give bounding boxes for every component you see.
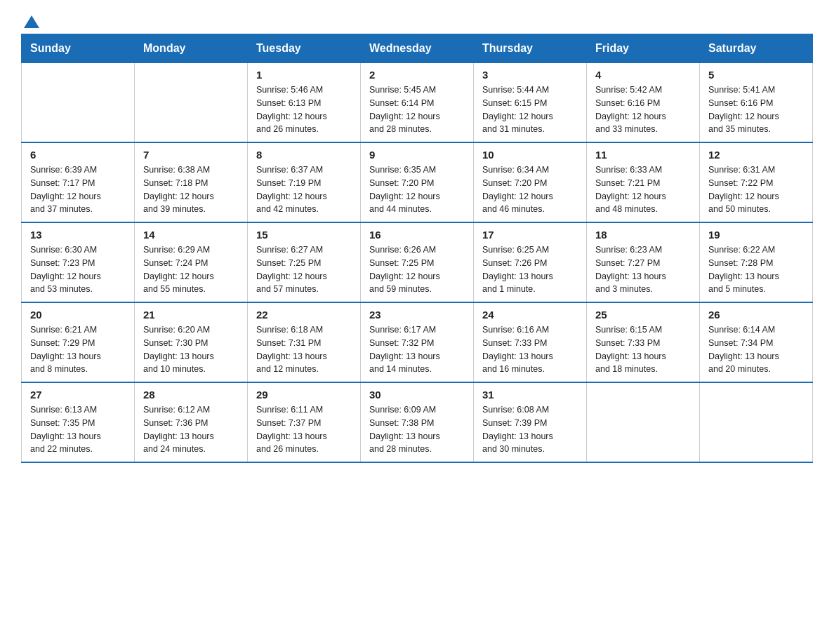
col-thursday: Thursday	[474, 34, 587, 62]
day-number: 26	[708, 309, 804, 321]
day-number: 8	[256, 149, 352, 161]
calendar-cell: 24Sunrise: 6:16 AM Sunset: 7:33 PM Dayli…	[474, 302, 587, 382]
day-number: 18	[595, 229, 691, 241]
day-info: Sunrise: 6:29 AM Sunset: 7:24 PM Dayligh…	[143, 243, 239, 296]
day-number: 10	[482, 149, 578, 161]
calendar-cell: 12Sunrise: 6:31 AM Sunset: 7:22 PM Dayli…	[700, 142, 813, 222]
calendar-cell: 20Sunrise: 6:21 AM Sunset: 7:29 PM Dayli…	[22, 302, 135, 382]
day-info: Sunrise: 6:14 AM Sunset: 7:34 PM Dayligh…	[708, 323, 804, 376]
calendar-cell: 16Sunrise: 6:26 AM Sunset: 7:25 PM Dayli…	[361, 222, 474, 302]
calendar-cell: 21Sunrise: 6:20 AM Sunset: 7:30 PM Dayli…	[135, 302, 248, 382]
col-tuesday: Tuesday	[248, 34, 361, 62]
col-saturday: Saturday	[700, 34, 813, 62]
day-info: Sunrise: 6:21 AM Sunset: 7:29 PM Dayligh…	[30, 323, 126, 376]
day-info: Sunrise: 6:37 AM Sunset: 7:19 PM Dayligh…	[256, 163, 352, 216]
calendar-cell: 19Sunrise: 6:22 AM Sunset: 7:28 PM Dayli…	[700, 222, 813, 302]
day-number: 7	[143, 149, 239, 161]
week-row-4: 20Sunrise: 6:21 AM Sunset: 7:29 PM Dayli…	[22, 302, 813, 382]
day-info: Sunrise: 6:09 AM Sunset: 7:38 PM Dayligh…	[369, 403, 465, 456]
calendar-cell: 23Sunrise: 6:17 AM Sunset: 7:32 PM Dayli…	[361, 302, 474, 382]
day-info: Sunrise: 5:42 AM Sunset: 6:16 PM Dayligh…	[595, 83, 691, 136]
logo	[21, 14, 39, 28]
calendar-cell: 4Sunrise: 5:42 AM Sunset: 6:16 PM Daylig…	[587, 62, 700, 142]
calendar-cell: 30Sunrise: 6:09 AM Sunset: 7:38 PM Dayli…	[361, 382, 474, 462]
day-number: 5	[708, 69, 804, 81]
day-info: Sunrise: 5:45 AM Sunset: 6:14 PM Dayligh…	[369, 83, 465, 136]
day-number: 28	[143, 389, 239, 401]
day-number: 20	[30, 309, 126, 321]
calendar-table: Sunday Monday Tuesday Wednesday Thursday…	[21, 34, 813, 463]
calendar-cell: 5Sunrise: 5:41 AM Sunset: 6:16 PM Daylig…	[700, 62, 813, 142]
col-wednesday: Wednesday	[361, 34, 474, 62]
calendar-cell: 15Sunrise: 6:27 AM Sunset: 7:25 PM Dayli…	[248, 222, 361, 302]
day-number: 23	[369, 309, 465, 321]
day-info: Sunrise: 6:22 AM Sunset: 7:28 PM Dayligh…	[708, 243, 804, 296]
calendar-cell: 11Sunrise: 6:33 AM Sunset: 7:21 PM Dayli…	[587, 142, 700, 222]
calendar-cell	[700, 382, 813, 462]
day-number: 19	[708, 229, 804, 241]
day-info: Sunrise: 6:25 AM Sunset: 7:26 PM Dayligh…	[482, 243, 578, 296]
calendar-cell	[587, 382, 700, 462]
calendar-cell: 6Sunrise: 6:39 AM Sunset: 7:17 PM Daylig…	[22, 142, 135, 222]
day-number: 2	[369, 69, 465, 81]
calendar-cell: 7Sunrise: 6:38 AM Sunset: 7:18 PM Daylig…	[135, 142, 248, 222]
calendar-cell: 27Sunrise: 6:13 AM Sunset: 7:35 PM Dayli…	[22, 382, 135, 462]
day-info: Sunrise: 6:26 AM Sunset: 7:25 PM Dayligh…	[369, 243, 465, 296]
calendar-cell: 2Sunrise: 5:45 AM Sunset: 6:14 PM Daylig…	[361, 62, 474, 142]
calendar-header-row: Sunday Monday Tuesday Wednesday Thursday…	[22, 34, 813, 62]
calendar-cell: 9Sunrise: 6:35 AM Sunset: 7:20 PM Daylig…	[361, 142, 474, 222]
day-number: 21	[143, 309, 239, 321]
calendar-cell: 8Sunrise: 6:37 AM Sunset: 7:19 PM Daylig…	[248, 142, 361, 222]
calendar-cell: 26Sunrise: 6:14 AM Sunset: 7:34 PM Dayli…	[700, 302, 813, 382]
calendar-cell: 17Sunrise: 6:25 AM Sunset: 7:26 PM Dayli…	[474, 222, 587, 302]
day-info: Sunrise: 6:12 AM Sunset: 7:36 PM Dayligh…	[143, 403, 239, 456]
day-number: 12	[708, 149, 804, 161]
calendar-cell: 13Sunrise: 6:30 AM Sunset: 7:23 PM Dayli…	[22, 222, 135, 302]
day-info: Sunrise: 6:34 AM Sunset: 7:20 PM Dayligh…	[482, 163, 578, 216]
day-number: 24	[482, 309, 578, 321]
day-number: 27	[30, 389, 126, 401]
col-friday: Friday	[587, 34, 700, 62]
logo-triangle-icon	[24, 14, 39, 29]
calendar-cell: 28Sunrise: 6:12 AM Sunset: 7:36 PM Dayli…	[135, 382, 248, 462]
day-number: 17	[482, 229, 578, 241]
calendar-cell: 29Sunrise: 6:11 AM Sunset: 7:37 PM Dayli…	[248, 382, 361, 462]
week-row-3: 13Sunrise: 6:30 AM Sunset: 7:23 PM Dayli…	[22, 222, 813, 302]
day-number: 15	[256, 229, 352, 241]
day-number: 29	[256, 389, 352, 401]
calendar-cell	[135, 62, 248, 142]
day-number: 22	[256, 309, 352, 321]
day-info: Sunrise: 6:13 AM Sunset: 7:35 PM Dayligh…	[30, 403, 126, 456]
day-number: 9	[369, 149, 465, 161]
calendar-cell: 25Sunrise: 6:15 AM Sunset: 7:33 PM Dayli…	[587, 302, 700, 382]
col-monday: Monday	[135, 34, 248, 62]
calendar-cell: 14Sunrise: 6:29 AM Sunset: 7:24 PM Dayli…	[135, 222, 248, 302]
day-info: Sunrise: 5:46 AM Sunset: 6:13 PM Dayligh…	[256, 83, 352, 136]
day-number: 16	[369, 229, 465, 241]
day-info: Sunrise: 6:33 AM Sunset: 7:21 PM Dayligh…	[595, 163, 691, 216]
day-number: 13	[30, 229, 126, 241]
day-info: Sunrise: 6:23 AM Sunset: 7:27 PM Dayligh…	[595, 243, 691, 296]
week-row-1: 1Sunrise: 5:46 AM Sunset: 6:13 PM Daylig…	[22, 62, 813, 142]
day-number: 3	[482, 69, 578, 81]
day-number: 11	[595, 149, 691, 161]
day-info: Sunrise: 6:27 AM Sunset: 7:25 PM Dayligh…	[256, 243, 352, 296]
calendar-cell	[22, 62, 135, 142]
day-info: Sunrise: 6:30 AM Sunset: 7:23 PM Dayligh…	[30, 243, 126, 296]
calendar-cell: 18Sunrise: 6:23 AM Sunset: 7:27 PM Dayli…	[587, 222, 700, 302]
day-number: 14	[143, 229, 239, 241]
day-info: Sunrise: 6:08 AM Sunset: 7:39 PM Dayligh…	[482, 403, 578, 456]
week-row-2: 6Sunrise: 6:39 AM Sunset: 7:17 PM Daylig…	[22, 142, 813, 222]
calendar-cell: 3Sunrise: 5:44 AM Sunset: 6:15 PM Daylig…	[474, 62, 587, 142]
day-info: Sunrise: 5:41 AM Sunset: 6:16 PM Dayligh…	[708, 83, 804, 136]
day-info: Sunrise: 6:20 AM Sunset: 7:30 PM Dayligh…	[143, 323, 239, 376]
day-info: Sunrise: 6:35 AM Sunset: 7:20 PM Dayligh…	[369, 163, 465, 216]
day-number: 1	[256, 69, 352, 81]
page-header	[21, 14, 813, 28]
week-row-5: 27Sunrise: 6:13 AM Sunset: 7:35 PM Dayli…	[22, 382, 813, 462]
day-info: Sunrise: 6:16 AM Sunset: 7:33 PM Dayligh…	[482, 323, 578, 376]
day-number: 6	[30, 149, 126, 161]
day-info: Sunrise: 6:38 AM Sunset: 7:18 PM Dayligh…	[143, 163, 239, 216]
day-info: Sunrise: 6:11 AM Sunset: 7:37 PM Dayligh…	[256, 403, 352, 456]
day-number: 30	[369, 389, 465, 401]
